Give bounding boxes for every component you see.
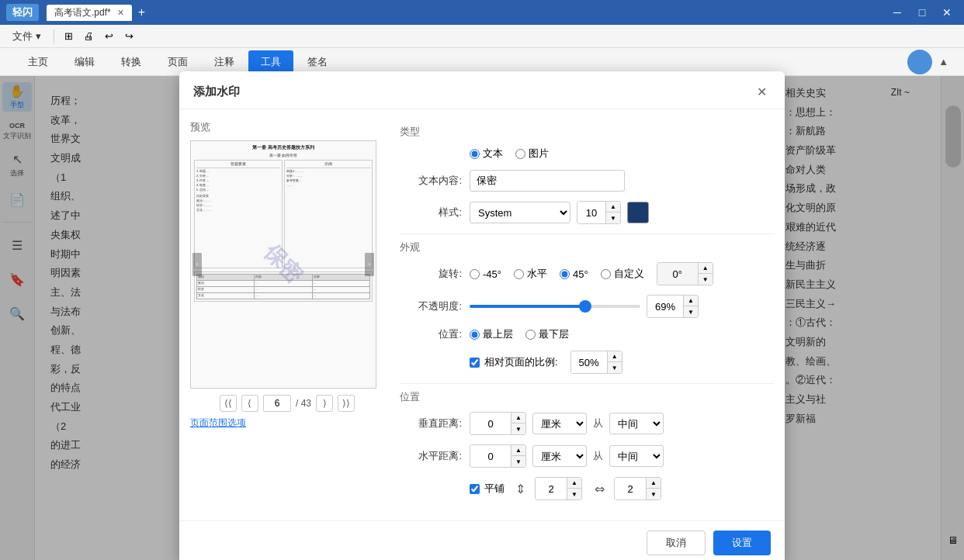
tab-annotate[interactable]: 注释: [202, 50, 247, 74]
rotation-horizontal-option[interactable]: 水平: [514, 267, 547, 281]
tile-rows-up-btn[interactable]: ▲: [567, 478, 581, 489]
tile-cols-up-btn[interactable]: ▲: [647, 478, 661, 489]
file-menu[interactable]: 文件 ▾: [6, 27, 47, 46]
page-number-input[interactable]: [263, 395, 291, 412]
position-top-option[interactable]: 最上层: [470, 327, 513, 341]
horizontal-down-btn[interactable]: ▼: [511, 456, 525, 467]
page-range-link[interactable]: 页面范围选项: [190, 417, 246, 430]
rotation-45-label: 45°: [573, 268, 588, 280]
tab-home[interactable]: 主页: [16, 50, 61, 74]
tile-cols-down-btn[interactable]: ▼: [647, 489, 661, 500]
dialog-close-btn[interactable]: ✕: [752, 82, 771, 101]
horizontal-value-input[interactable]: [470, 445, 511, 467]
font-size-input[interactable]: [577, 202, 605, 223]
type-radio-group: 文本 图片: [470, 147, 774, 161]
rotation-group: -45° 水平 45°: [470, 262, 774, 285]
scale-down-btn[interactable]: ▼: [608, 362, 622, 373]
custom-angle-input[interactable]: [657, 263, 698, 285]
tile-checkbox[interactable]: [470, 484, 480, 494]
last-page-btn[interactable]: ⟩⟩: [338, 395, 355, 412]
scale-up-btn[interactable]: ▲: [608, 351, 622, 362]
vertical-from-select[interactable]: 中间: [609, 413, 664, 434]
panel-toggle-btn[interactable]: ▲: [938, 56, 948, 67]
rotation-neg45-option[interactable]: -45°: [470, 268, 501, 280]
vertical-value-input[interactable]: [470, 413, 511, 434]
print-btn[interactable]: 🖨: [81, 28, 98, 45]
rotation-custom-option[interactable]: 自定义: [601, 267, 644, 281]
position-bottom-option[interactable]: 最下层: [525, 327, 569, 341]
rotation-45-radio[interactable]: [560, 269, 570, 279]
vertical-down-btn[interactable]: ▼: [511, 423, 525, 434]
new-tab-btn[interactable]: +: [138, 5, 145, 19]
horizontal-unit-select[interactable]: 厘米: [532, 445, 587, 467]
page-layout-btn[interactable]: ⊞: [61, 28, 78, 45]
opacity-value-input[interactable]: [647, 296, 683, 317]
angle-up-btn[interactable]: ▲: [699, 263, 713, 274]
type-text-label: 文本: [483, 147, 503, 161]
tab-page[interactable]: 页面: [155, 50, 200, 74]
user-avatar[interactable]: [907, 50, 932, 74]
vertical-up-btn[interactable]: ▲: [511, 413, 525, 423]
tab-convert[interactable]: 转换: [109, 50, 154, 74]
appearance-section-title: 外观: [400, 240, 774, 254]
next-page-btn[interactable]: ⟩: [316, 395, 333, 412]
position-top-radio[interactable]: [470, 330, 480, 340]
rotation-45-option[interactable]: 45°: [560, 268, 588, 280]
vertical-unit-select[interactable]: 厘米: [532, 413, 587, 434]
opacity-down-btn[interactable]: ▼: [684, 306, 698, 317]
rotation-row: 旋转: -45° 水平 4: [400, 262, 774, 285]
text-content-input[interactable]: [470, 170, 625, 192]
tab-close-btn[interactable]: ✕: [117, 8, 124, 18]
opacity-up-btn[interactable]: ▲: [684, 296, 698, 306]
tile-rows-icon: ⇕: [515, 482, 525, 496]
opacity-slider-group: ▲ ▼: [470, 295, 774, 318]
preview-label: 预览: [190, 120, 384, 134]
close-btn[interactable]: ✕: [936, 4, 958, 21]
horizontal-from-select[interactable]: 中间: [609, 445, 664, 467]
preview-next-page[interactable]: ›: [365, 253, 374, 276]
type-image-option[interactable]: 图片: [515, 147, 549, 161]
redo-btn[interactable]: ↪: [121, 28, 138, 45]
preview-prev-page[interactable]: ‹: [192, 253, 202, 276]
color-swatch[interactable]: [627, 202, 649, 223]
minimize-btn[interactable]: ─: [886, 4, 908, 21]
font-size-down[interactable]: ▼: [606, 213, 620, 223]
opacity-slider[interactable]: [470, 305, 640, 308]
rotation-custom-radio[interactable]: [601, 269, 611, 279]
scale-value-control: ▲ ▼: [570, 351, 622, 374]
cancel-button[interactable]: 取消: [647, 531, 706, 555]
type-image-radio[interactable]: [515, 149, 525, 159]
style-row: 样式: System ▲ ▼: [400, 201, 774, 224]
tile-rows-down-btn[interactable]: ▼: [567, 489, 581, 500]
position-section-title: 位置: [400, 390, 774, 404]
first-page-btn[interactable]: ⟨⟨: [220, 395, 237, 412]
relative-scale-checkbox[interactable]: [470, 358, 480, 368]
horizontal-up-btn[interactable]: ▲: [511, 445, 525, 456]
dialog-overlay: 添加水印 ✕ 预览 第一册 高考历史答题技方系列 第一册 如何作答: [0, 76, 964, 560]
tab-sign[interactable]: 签名: [295, 50, 340, 74]
tile-checkbox-label[interactable]: 平铺: [470, 482, 505, 496]
rotation-horizontal-radio[interactable]: [514, 269, 524, 279]
rotation-neg45-radio[interactable]: [470, 269, 480, 279]
type-text-option[interactable]: 文本: [470, 147, 503, 161]
scale-value-input[interactable]: [571, 351, 607, 373]
tab-edit[interactable]: 编辑: [62, 50, 107, 74]
type-text-radio[interactable]: [470, 149, 480, 159]
undo-btn[interactable]: ↩: [101, 28, 118, 45]
maximize-btn[interactable]: □: [911, 4, 933, 21]
relative-scale-checkbox-label[interactable]: 相对页面的比例:: [470, 355, 558, 369]
position-bottom-radio[interactable]: [525, 330, 536, 340]
tile-cols-input[interactable]: [615, 478, 646, 500]
tab-tools[interactable]: 工具: [248, 50, 293, 74]
document-tab[interactable]: 高考语文.pdf* ✕: [47, 5, 132, 21]
divider-1: [400, 233, 774, 234]
font-family-select[interactable]: System: [470, 202, 570, 223]
prev-page-btn[interactable]: ⟨: [241, 395, 258, 412]
rotation-neg45-label: -45°: [483, 268, 501, 280]
tile-rows-input[interactable]: [536, 478, 567, 500]
font-size-up[interactable]: ▲: [606, 202, 620, 213]
confirm-button[interactable]: 设置: [713, 531, 771, 555]
opacity-spinner: ▲ ▼: [683, 296, 698, 317]
angle-down-btn[interactable]: ▼: [699, 274, 713, 285]
rotation-custom-label: 自定义: [614, 267, 644, 281]
